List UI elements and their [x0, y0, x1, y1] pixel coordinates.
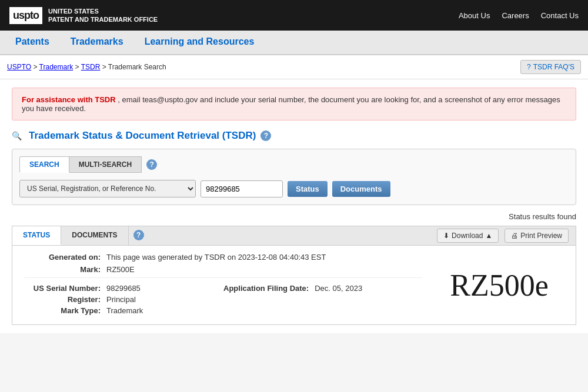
generated-label: Generated on:: [24, 253, 106, 262]
generated-value: This page was generated by TSDR on 2023-…: [106, 253, 326, 262]
logo-text: uspto: [13, 9, 39, 21]
search-tab-bar: SEARCH MULTI-SEARCH ?: [19, 156, 569, 173]
tsdr-faq-button[interactable]: ? TSDR FAQ'S: [520, 60, 581, 74]
download-button[interactable]: ⬇ Download ▲: [437, 229, 499, 243]
register-label: Register:: [24, 295, 106, 304]
filing-date-row: Application Filing Date: Dec. 05, 2023: [223, 284, 423, 293]
bottom-right-col: Application Filing Date: Dec. 05, 2023: [223, 284, 423, 317]
result-left: Generated on: This page was generated by…: [24, 253, 423, 317]
tab-documents[interactable]: DOCUMENTS: [61, 226, 128, 245]
search-number-input[interactable]: [201, 180, 283, 197]
nav-contact-us[interactable]: Contact Us: [541, 11, 579, 20]
logo-subtext: UNITED STATESPATENT AND TRADEMARK OFFICE: [48, 7, 158, 24]
bottom-left-col: US Serial Number: 98299685 Register: Pri…: [24, 284, 223, 317]
tab-status[interactable]: STATUS: [12, 226, 61, 245]
serial-value: 98299685: [106, 284, 141, 293]
alert-box: For assistance with TSDR , email teas@us…: [12, 88, 576, 120]
breadcrumb-sep3: >: [102, 63, 108, 71]
breadcrumb-uspto[interactable]: USPTO: [7, 63, 31, 71]
help-icon[interactable]: ?: [260, 130, 271, 141]
print-label: Print Preview: [520, 232, 562, 240]
content-area: For assistance with TSDR , email teas@us…: [0, 79, 588, 333]
tab-multi-search[interactable]: MULTI-SEARCH: [69, 156, 142, 173]
result-right: RZ500e: [435, 253, 564, 317]
main-nav: Patents Trademarks Learning and Resource…: [0, 31, 588, 55]
mark-type-label: Mark Type:: [24, 306, 106, 315]
print-icon: 🖨: [511, 232, 518, 240]
download-chevron: ▲: [485, 232, 492, 240]
tab-search[interactable]: SEARCH: [19, 156, 69, 173]
logo-area: uspto UNITED STATESPATENT AND TRADEMARK …: [9, 7, 158, 24]
generated-row: Generated on: This page was generated by…: [24, 253, 423, 262]
register-row: Register: Principal: [24, 295, 223, 304]
nav-about-us[interactable]: About Us: [459, 11, 490, 20]
mark-value: RZ500E: [106, 265, 135, 274]
search-input-row: US Serial, Registration, or Reference No…: [19, 180, 569, 197]
tsdr-title-row: 🔍 Trademark Status & Document Retrieval …: [12, 130, 576, 142]
nav-trademarks[interactable]: Trademarks: [60, 31, 134, 54]
filing-date-label: Application Filing Date:: [223, 284, 315, 293]
status-found-bar: Status results found: [12, 210, 576, 226]
search-panel: SEARCH MULTI-SEARCH ? US Serial, Registr…: [12, 149, 576, 205]
faq-label: TSDR FAQ'S: [533, 63, 574, 71]
breadcrumb-tsdr[interactable]: TSDR: [81, 63, 101, 71]
nav-careers[interactable]: Careers: [502, 11, 529, 20]
serial-label: US Serial Number:: [24, 284, 106, 293]
download-icon: ⬇: [443, 232, 449, 240]
print-preview-button[interactable]: 🖨 Print Preview: [505, 229, 569, 243]
question-icon: ?: [527, 63, 531, 71]
serial-row: US Serial Number: 98299685: [24, 284, 223, 293]
download-label: Download: [452, 232, 483, 240]
result-tabs: STATUS DOCUMENTS ?: [12, 226, 149, 245]
nav-patents[interactable]: Patents: [5, 31, 60, 54]
result-data: Generated on: This page was generated by…: [12, 246, 576, 324]
magnifier-icon: 🔍: [12, 131, 22, 140]
alert-bold: For assistance with TSDR: [22, 95, 116, 104]
bottom-data-area: US Serial Number: 98299685 Register: Pri…: [24, 277, 423, 317]
mark-type-value: Trademark: [106, 306, 143, 315]
status-button[interactable]: Status: [288, 181, 328, 197]
breadcrumb: USPTO > Trademark > TSDR > Trademark Sea…: [7, 63, 166, 71]
mark-type-row: Mark Type: Trademark: [24, 306, 223, 315]
logo-box: uspto: [9, 7, 42, 24]
result-area: STATUS DOCUMENTS ? ⬇ Download ▲ 🖨 Print …: [12, 226, 576, 325]
result-help-icon[interactable]: ?: [133, 230, 144, 240]
breadcrumb-bar: USPTO > Trademark > TSDR > Trademark Sea…: [0, 55, 588, 79]
top-nav: About Us Careers Contact Us: [459, 11, 579, 20]
result-tab-actions: ⬇ Download ▲ 🖨 Print Preview: [430, 229, 576, 243]
mark-label: Mark:: [24, 265, 106, 274]
search-help-icon[interactable]: ?: [146, 159, 157, 170]
top-bar: uspto UNITED STATESPATENT AND TRADEMARK …: [0, 0, 588, 31]
result-tab-bar: STATUS DOCUMENTS ? ⬇ Download ▲ 🖨 Print …: [12, 226, 576, 246]
documents-button[interactable]: Documents: [332, 181, 390, 197]
status-found-text: Status results found: [509, 212, 576, 221]
register-value: Principal: [106, 295, 136, 304]
breadcrumb-current: Trademark Search: [108, 63, 166, 71]
tsdr-title: Trademark Status & Document Retrieval (T…: [29, 130, 256, 142]
filing-date-value: Dec. 05, 2023: [315, 284, 362, 293]
nav-learning[interactable]: Learning and Resources: [134, 31, 265, 54]
breadcrumb-trademark[interactable]: Trademark: [39, 63, 74, 71]
mark-row: Mark: RZ500E: [24, 265, 423, 274]
breadcrumb-sep2: >: [75, 63, 81, 71]
mark-large-display: RZ500e: [450, 268, 549, 303]
search-type-select[interactable]: US Serial, Registration, or Reference No…: [19, 180, 196, 197]
breadcrumb-sep1: >: [33, 63, 39, 71]
